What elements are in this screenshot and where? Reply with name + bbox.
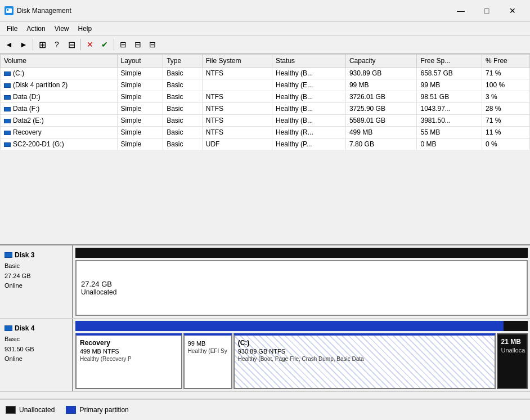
disk-4-icon <box>5 325 12 331</box>
disk-4-bar-blue-2 <box>182 321 226 331</box>
toolbar-btn-9[interactable]: ⊟ <box>116 38 130 51</box>
table-row[interactable]: Data (F:) Simple Basic NTFS Healthy (B..… <box>1 103 530 115</box>
table-row[interactable]: Data2 (E:) Simple Basic NTFS Healthy (B.… <box>1 115 530 127</box>
table-row[interactable]: (Disk 4 partition 2) Simple Basic Health… <box>1 79 530 91</box>
col-pctfree: % Free <box>482 55 530 68</box>
table-header-row: Volume Layout Type File System Status Ca… <box>1 55 530 68</box>
disk-area: Disk 3 Basic 27.24 GB Online 27.24 GB Un… <box>0 245 530 420</box>
cell-capacity: 5589.01 GB <box>345 115 417 127</box>
cell-fs: NTFS <box>202 103 272 115</box>
cell-free: 55 MB <box>417 127 482 138</box>
efi-partition[interactable]: 99 MB Healthy (EFI Sy <box>183 333 232 389</box>
close-button[interactable]: ✕ <box>500 3 525 18</box>
forward-button[interactable]: ► <box>17 38 30 51</box>
c-partition[interactable]: (C:) 930.89 GB NTFS Healthy (Boot, Page … <box>233 333 496 389</box>
disk-3-partition-size: 27.24 GB <box>81 280 522 288</box>
minimize-button[interactable]: — <box>448 3 474 18</box>
legend-swatch-primary <box>66 406 76 414</box>
disk-4-bar-blue-3 <box>226 321 504 331</box>
cell-layout: Simple <box>117 103 163 115</box>
c-partition-size: 930.89 GB NTFS <box>238 348 491 355</box>
table-row[interactable]: SC2-200-D1 (G:) Simple Basic UDF Healthy… <box>1 138 530 150</box>
menu-action[interactable]: Action <box>22 23 50 34</box>
cell-layout: Simple <box>117 115 163 127</box>
recovery-partition-status: Healthy (Recovery P <box>80 356 178 362</box>
menu-help[interactable]: Help <box>74 23 97 34</box>
cell-volume: (Disk 4 partition 2) <box>1 79 118 91</box>
legend-primary: Primary partition <box>66 406 128 414</box>
cell-fs: NTFS <box>202 127 272 138</box>
disk-3-name: Disk 3 <box>5 251 68 259</box>
cell-pct: 11 % <box>482 127 530 138</box>
toolbar-btn-10[interactable]: ⊟ <box>131 38 145 51</box>
cell-volume: SC2-200-D1 (G:) <box>1 138 118 150</box>
maximize-button[interactable]: □ <box>474 3 500 18</box>
toolbar-btn-3[interactable]: ⊞ <box>35 38 49 51</box>
confirm-button[interactable]: ✔ <box>98 38 111 51</box>
cell-pct: 71 % <box>482 68 530 79</box>
volume-icon <box>4 131 11 135</box>
table-row[interactable]: (C:) Simple Basic NTFS Healthy (B... 930… <box>1 68 530 79</box>
recovery-partition-size: 499 MB NTFS <box>80 348 178 355</box>
disk-4-info: Basic 931.50 GB Online <box>5 334 68 364</box>
cell-type: Basic <box>163 115 203 127</box>
cell-free: 99 MB <box>417 79 482 91</box>
disk-3-icon <box>5 252 12 258</box>
toolbar: ◄ ► ⊞ ? ⊟ ✕ ✔ ⊟ ⊟ ⊟ <box>0 36 530 54</box>
menu-file[interactable]: File <box>2 23 22 34</box>
col-freespace: Free Sp... <box>417 55 482 68</box>
cell-free: 0 MB <box>417 138 482 150</box>
unallocated-label: Unalloca <box>501 347 523 354</box>
cell-status: Healthy (B... <box>272 91 346 103</box>
disk-3-info: Basic 27.24 GB Online <box>5 261 68 291</box>
disk-4-content: Recovery 499 MB NTFS Healthy (Recovery P… <box>73 319 530 391</box>
cell-fs <box>202 79 272 91</box>
cell-pct: 100 % <box>482 79 530 91</box>
volume-icon <box>4 107 11 111</box>
delete-button[interactable]: ✕ <box>83 38 97 51</box>
cell-capacity: 930.89 GB <box>345 68 417 79</box>
disk-3-partition[interactable]: 27.24 GB Unallocated <box>75 260 528 316</box>
volume-icon <box>4 119 11 123</box>
cell-pct: 71 % <box>482 115 530 127</box>
cell-status: Healthy (R... <box>272 127 346 138</box>
window-title: Disk Management <box>17 7 71 15</box>
disk-3-row: Disk 3 Basic 27.24 GB Online 27.24 GB Un… <box>0 245 530 319</box>
cell-type: Basic <box>163 91 203 103</box>
col-type: Type <box>163 55 203 68</box>
cell-free: 1043.97... <box>417 103 482 115</box>
volume-icon <box>4 142 11 147</box>
disk-4-partitions: Recovery 499 MB NTFS Healthy (Recovery P… <box>75 333 528 389</box>
legend-primary-label: Primary partition <box>79 406 128 414</box>
cell-status: Healthy (E... <box>272 79 346 91</box>
cell-layout: Simple <box>117 127 163 138</box>
cell-status: Healthy (B... <box>272 115 346 127</box>
disk-3-partition-label: Unallocated <box>81 288 522 296</box>
cell-pct: 3 % <box>482 91 530 103</box>
col-status: Status <box>272 55 346 68</box>
recovery-partition-name: Recovery <box>80 339 178 347</box>
cell-capacity: 499 MB <box>345 127 417 138</box>
cell-capacity: 99 MB <box>345 79 417 91</box>
col-capacity: Capacity <box>345 55 417 68</box>
unallocated-partition[interactable]: 21 MB Unalloca <box>497 333 528 389</box>
back-button[interactable]: ◄ <box>2 38 16 51</box>
toolbar-separator-2 <box>80 39 81 50</box>
recovery-partition[interactable]: Recovery 499 MB NTFS Healthy (Recovery P <box>75 333 182 389</box>
table-row[interactable]: Recovery Simple Basic NTFS Healthy (R...… <box>1 127 530 138</box>
menu-bar: File Action View Help <box>0 22 530 36</box>
help-button[interactable]: ? <box>50 38 64 51</box>
cell-type: Basic <box>163 127 203 138</box>
toolbar-btn-5[interactable]: ⊟ <box>65 38 78 51</box>
disk-4-bar-black <box>504 321 528 331</box>
cell-type: Basic <box>163 79 203 91</box>
cell-type: Basic <box>163 68 203 79</box>
volume-icon <box>4 95 11 100</box>
disk-4-name: Disk 4 <box>5 324 68 332</box>
menu-view[interactable]: View <box>50 23 74 34</box>
efi-partition-status: Healthy (EFI Sy <box>188 348 228 354</box>
disk-4-row: Disk 4 Basic 931.50 GB Online <box>0 319 530 392</box>
table-row[interactable]: Data (D:) Simple Basic NTFS Healthy (B..… <box>1 91 530 103</box>
legend-unallocated-label: Unallocated <box>19 406 55 414</box>
toolbar-btn-11[interactable]: ⊟ <box>146 38 159 51</box>
